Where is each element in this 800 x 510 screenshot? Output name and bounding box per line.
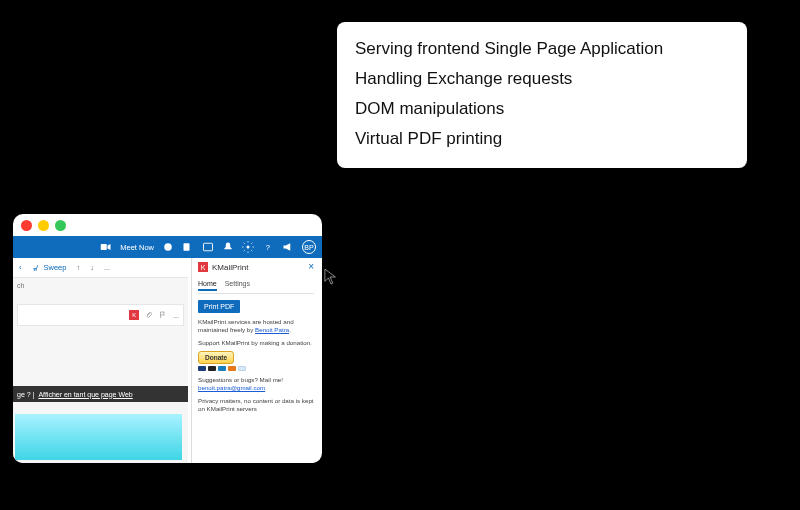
- payment-cards: [198, 366, 314, 371]
- mail-left-hint: ch: [17, 282, 184, 289]
- info-line-1: Serving frontend Single Page Application: [355, 34, 729, 64]
- svg-rect-2: [184, 243, 190, 251]
- support-text: Support KMailPrint by making a donation.: [198, 339, 314, 347]
- calendar-icon[interactable]: [202, 241, 214, 253]
- up-arrow-icon[interactable]: ↑: [76, 263, 80, 272]
- svg-point-1: [164, 243, 172, 251]
- panel-header: K KMailPrint ×: [198, 262, 314, 276]
- mail-pane: ‹ Sweep ↑ ↓ ... ch K ...: [13, 258, 188, 463]
- suggestions-text: Suggestions or bugs? Mail me! benoit.pat…: [198, 376, 314, 392]
- suggestions-text-label: Suggestions or bugs? Mail me!: [198, 376, 283, 383]
- infobar-link[interactable]: Afficher en tant que page Web: [38, 391, 132, 398]
- discover-icon: [228, 366, 236, 371]
- more-dots-icon[interactable]: ...: [104, 263, 110, 272]
- sweep-button[interactable]: Sweep: [32, 263, 67, 272]
- paypal-icon: [238, 366, 246, 371]
- mail-toolbar: ‹ Sweep ↑ ↓ ...: [13, 258, 188, 278]
- donate-button[interactable]: Donate: [198, 351, 234, 364]
- svg-point-4: [247, 246, 250, 249]
- avatar-initials: BP: [304, 244, 313, 251]
- svg-text:?: ?: [266, 243, 270, 252]
- info-line-4: Virtual PDF printing: [355, 124, 729, 154]
- attachment-icon: [145, 311, 153, 320]
- account-avatar[interactable]: BP: [302, 240, 316, 254]
- row-more-icon[interactable]: ...: [173, 312, 179, 319]
- hosted-text: KMailPrint services are hosted and maint…: [198, 318, 314, 334]
- bell-icon[interactable]: [222, 241, 234, 253]
- meet-now-label: Meet Now: [120, 243, 154, 252]
- outlook-window: Meet Now ? BP ‹ Swe: [13, 214, 322, 463]
- infobar: ge ? | Afficher en tant que page Web: [13, 386, 188, 402]
- tab-settings[interactable]: Settings: [225, 280, 250, 291]
- svg-rect-3: [204, 243, 213, 251]
- window-close-dot[interactable]: [21, 220, 32, 231]
- kmailprint-logo-icon: K: [198, 262, 208, 272]
- window-min-dot[interactable]: [38, 220, 49, 231]
- svg-rect-0: [101, 244, 107, 250]
- kmailprint-badge-icon: K: [129, 310, 139, 320]
- flag-icon[interactable]: [159, 311, 167, 320]
- amex-icon: [218, 366, 226, 371]
- hosted-text-suffix: .: [289, 326, 291, 333]
- panel-close-icon[interactable]: ×: [308, 262, 314, 272]
- outlook-top-bar: Meet Now ? BP: [13, 236, 322, 258]
- teams-icon[interactable]: [182, 241, 194, 253]
- info-box: Serving frontend Single Page Application…: [337, 22, 747, 168]
- infobar-prefix: ge ? |: [17, 391, 34, 398]
- video-icon[interactable]: [100, 241, 112, 253]
- message-row[interactable]: K ...: [17, 304, 184, 326]
- window-max-dot[interactable]: [55, 220, 66, 231]
- chevron-left-icon[interactable]: ‹: [19, 263, 22, 272]
- tab-home[interactable]: Home: [198, 280, 217, 291]
- help-icon[interactable]: ?: [262, 241, 274, 253]
- info-line-2: Handling Exchange requests: [355, 64, 729, 94]
- meet-now-button[interactable]: Meet Now: [120, 243, 154, 252]
- gear-icon[interactable]: [242, 241, 254, 253]
- today-header: [17, 289, 184, 304]
- mail-body: ch K ...: [13, 278, 188, 330]
- window-traffic-lights: [21, 220, 66, 231]
- megaphone-icon[interactable]: [282, 241, 294, 253]
- kmailprint-panel: K KMailPrint × Home Settings Print PDF K…: [191, 258, 320, 463]
- print-pdf-button[interactable]: Print PDF: [198, 300, 240, 313]
- email-content-preview: [15, 414, 182, 460]
- down-arrow-icon[interactable]: ↓: [90, 263, 94, 272]
- suggestions-email-link[interactable]: benoit.patra@gmail.com: [198, 384, 265, 391]
- hosted-link[interactable]: Benoit Patra: [255, 326, 289, 333]
- panel-tabs: Home Settings: [198, 278, 314, 294]
- info-line-3: DOM manipulations: [355, 94, 729, 124]
- skype-icon[interactable]: [162, 241, 174, 253]
- panel-title: KMailPrint: [212, 263, 304, 272]
- visa-icon: [198, 366, 206, 371]
- mouse-cursor-icon: [324, 268, 338, 286]
- sweep-label: Sweep: [44, 263, 67, 272]
- privacy-text: Privacy matters, no content or data is k…: [198, 397, 314, 413]
- mastercard-icon: [208, 366, 216, 371]
